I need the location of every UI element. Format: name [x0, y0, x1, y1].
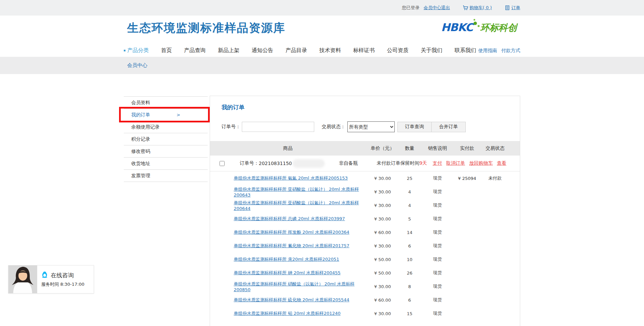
chevron-right-icon: > [177, 112, 180, 117]
cart-icon [463, 5, 468, 10]
member-sidebar: 会员资料我的订单>余额使用记录积分记录修改密码收货地址发票管理 [124, 96, 208, 182]
product-link[interactable]: 单组份水质监测标样标样所 氨氮 20ml 水质标样2005153 [234, 176, 348, 181]
order-no-label: 订单号： [222, 124, 240, 130]
bullet-icon [124, 50, 125, 51]
breadcrumb-band: 会员中心 [0, 57, 644, 74]
orders-icon [505, 5, 510, 10]
sales-cell: 现货 [420, 270, 455, 276]
nav-payment-link[interactable]: 付款方式 [501, 48, 520, 54]
agent-avatar [8, 265, 37, 293]
sidebar-item-1[interactable]: 我的订单> [124, 109, 208, 121]
col-sales: 销售说明 [420, 145, 455, 152]
cart-link[interactable]: 购物车( 0 ) [469, 5, 492, 11]
order-action-1[interactable]: 取消订单 [446, 160, 465, 166]
table-row: 单组份水质监测标样标样所 硝酸盐（以氮计） 20ml 水质标样200850¥ 3… [210, 280, 520, 293]
price-cell: ¥ 30.00 [366, 284, 399, 289]
sales-cell: 现货 [420, 216, 455, 222]
sidebar-item-0[interactable]: 会员资料 [124, 97, 208, 109]
product-link[interactable]: 单组份水质监测标样标样所 亚硝酸盐（以氮计） 20ml 水质标样200643 [234, 187, 359, 197]
sales-cell: 现货 [420, 310, 455, 317]
nav-item-5[interactable]: 技术资料 [319, 47, 341, 54]
price-cell: ¥ 50.00 [366, 271, 399, 276]
breadcrumb[interactable]: 会员中心 [124, 62, 147, 69]
order-search-button[interactable]: 订单查询 [397, 122, 432, 132]
brand-cn-text: 环标科创 [475, 22, 517, 34]
price-cell: ¥ 50.00 [366, 257, 399, 262]
product-link[interactable]: 单组份水质监测标样标样所 砷 20ml 水质标样200455 [234, 270, 341, 275]
online-chat-widget[interactable]: 在线咨询 服务时间 8:30-17:00 [8, 265, 94, 294]
sidebar-item-label: 修改密码 [131, 148, 150, 155]
sidebar-item-3[interactable]: 积分记录 [124, 133, 208, 145]
nav-item-8[interactable]: 关于我们 [421, 47, 442, 54]
sidebar-item-4[interactable]: 修改密码 [124, 145, 208, 158]
nav-item-1[interactable]: 产品查询 [184, 47, 206, 54]
product-link[interactable]: 单组份水质监测标样标样所 亚硝酸盐（以氮计） 20ml 水质标样200644 [234, 200, 359, 211]
retention-text: 未付款订单保留时间 [377, 160, 419, 166]
price-cell: ¥ 60.00 [366, 230, 399, 235]
table-row: 单组份水质监测标样标样所 铅 20ml 水质标样201240¥ 30.0015现… [210, 307, 520, 320]
sidebar-item-5[interactable]: 收货地址 [124, 158, 208, 170]
sidebar-item-label: 积分记录 [131, 136, 150, 142]
order-rows: 单组份水质监测标样标样所 氨氮 20ml 水质标样2005153¥ 30.002… [210, 171, 520, 320]
nav-item-4[interactable]: 产品目录 [285, 47, 307, 54]
product-link[interactable]: 单组份水质监测标样标样所 汞20ml 水质标样202051 [234, 257, 339, 262]
chat-hours: 服务时间 8:30-17:00 [41, 281, 94, 287]
product-link[interactable]: 单组份水质监测标样标样所 硝酸盐（以氮计） 20ml 水质标样200850 [234, 281, 354, 292]
sales-cell: 现货 [420, 243, 455, 249]
status-select[interactable]: 所有类型 [347, 121, 395, 132]
sidebar-item-6[interactable]: 发票管理 [124, 170, 208, 182]
price-cell: ¥ 30.00 [366, 216, 399, 222]
qty-cell: 6 [399, 243, 420, 249]
order-action-2[interactable]: 放回购物车 [469, 160, 493, 166]
col-price: 单价（元） [366, 145, 399, 152]
sales-cell: 现货 [420, 189, 455, 195]
product-link[interactable]: 单组份水质监测标样标样所 总磷 20ml 水质标样203997 [234, 216, 345, 221]
order-filter-bar: 订单号： 交易状态： 所有类型 订单查询 合并订单 [222, 121, 520, 132]
order-number: 20210831150 [259, 161, 292, 166]
sidebar-item-label: 会员资料 [131, 100, 150, 106]
product-link[interactable]: 单组份水质监测标样标样所 氟化物 20ml 水质标样201757 [234, 243, 349, 248]
sidebar-item-label: 我的订单 [131, 112, 150, 118]
qty-cell: 5 [399, 216, 420, 222]
order-action-0[interactable]: 支付 [433, 160, 442, 166]
price-cell: ¥ 30.00 [366, 243, 399, 249]
order-no-input[interactable] [242, 122, 314, 132]
order-no-label: 订单号： [240, 160, 259, 166]
sales-cell: 现货 [420, 229, 455, 235]
sales-cell: 现货 [420, 175, 455, 181]
qty-cell: 10 [399, 257, 420, 262]
chat-title: 在线咨询 [51, 272, 74, 279]
sidebar-item-2[interactable]: 余额使用记录 [124, 121, 208, 133]
member-center-logout-link[interactable]: 会员中心退出 [423, 5, 450, 11]
nav-user-guide-link[interactable]: 使用指南 [478, 48, 497, 54]
nav-item-6[interactable]: 标样证书 [353, 47, 375, 54]
nav-item-0[interactable]: 首页 [161, 47, 172, 54]
orders-link[interactable]: 订单 [511, 5, 520, 11]
price-cell: ¥ 60.00 [366, 298, 399, 303]
product-link[interactable]: 单组份水质监测标样标样所 挥发酚 20ml 水质标样200364 [234, 230, 349, 235]
retention-days: 9天 [419, 160, 427, 166]
merge-orders-button[interactable]: 合并订单 [432, 122, 466, 132]
price-cell: ¥ 30.00 [366, 311, 399, 316]
qty-cell: 6 [399, 298, 420, 303]
paid-cell: ¥ 25094 [455, 176, 479, 181]
nav-item-7[interactable]: 公司资质 [387, 47, 409, 54]
sidebar-item-label: 收货地址 [131, 161, 150, 167]
table-row: 单组份水质监测标样标样所 亚硝酸盐（以氮计） 20ml 水质标样200644¥ … [210, 199, 520, 212]
qty-cell: 4 [399, 203, 420, 208]
nav-product-categories[interactable]: 产品分类 [124, 47, 149, 54]
orders-panel: 我的订单 订单号： 交易状态： 所有类型 订单查询 合并订单 商品 单价（元） … [210, 96, 520, 326]
table-row: 单组份水质监测标样标样所 氟化物 20ml 水质标样201757¥ 30.006… [210, 239, 520, 253]
product-link[interactable]: 单组份水质监测标样标样所 铅 20ml 水质标样201240 [234, 311, 341, 316]
product-link[interactable]: 单组份水质监测标样标样所 硫化物 20ml 水质标样205544 [234, 297, 349, 302]
nav-item-3[interactable]: 通知公告 [252, 47, 273, 54]
order-action-3[interactable]: 查看 [497, 160, 506, 166]
col-paid: 实付款 [455, 145, 479, 152]
qq-penguin-icon [41, 271, 48, 279]
table-row: 单组份水质监测标样标样所 汞20ml 水质标样202051¥ 50.0010现货 [210, 253, 520, 266]
table-row: 单组份水质监测标样标样所 挥发酚 20ml 水质标样200364¥ 60.001… [210, 226, 520, 239]
order-select-checkbox[interactable] [220, 161, 225, 166]
nav-item-2[interactable]: 新品上架 [218, 47, 239, 54]
table-row: 单组份水质监测标样标样所 总磷 20ml 水质标样203997¥ 30.005现… [210, 212, 520, 226]
nav-item-9[interactable]: 联系我们 [455, 47, 476, 54]
